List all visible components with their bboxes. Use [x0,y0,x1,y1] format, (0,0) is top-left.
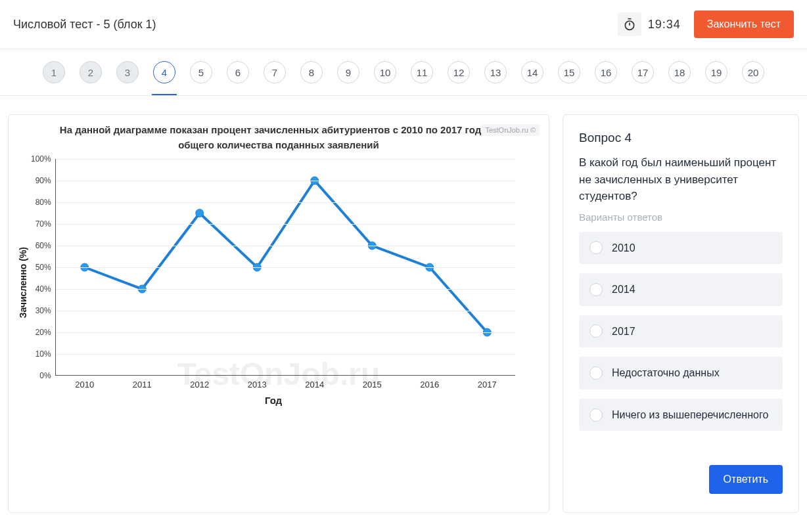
answer-option-4[interactable]: Ничего из вышеперечисленного [579,399,783,432]
nav-question-2[interactable]: 2 [80,61,102,83]
xtick: 2012 [171,380,229,389]
answer-option-1[interactable]: 2014 [579,273,783,306]
chart-xlabel: Год [31,395,516,406]
nav-question-12[interactable]: 12 [448,61,470,83]
watermark-badge: TestOnJob.ru © [481,124,540,136]
answer-text: 2014 [612,282,635,297]
nav-question-11[interactable]: 11 [411,61,433,83]
gridline [56,246,515,246]
nav-question-10[interactable]: 10 [374,61,396,83]
chart-xticks: 20102011201220132014201520162017 [56,376,516,389]
gridline [56,311,515,311]
gridline [56,332,515,333]
nav-question-7[interactable]: 7 [264,61,286,83]
radio-icon [589,409,603,422]
gridline [56,181,515,181]
svg-point-3 [195,210,203,217]
xtick: 2013 [229,380,287,389]
question-panel: Вопрос 4 В какой год был наименьший проц… [563,114,799,513]
answer-option-3[interactable]: Недостаточно данных [579,357,783,389]
gridline [56,224,515,225]
nav-question-5[interactable]: 5 [190,61,212,83]
gridline [56,267,515,268]
nav-question-8[interactable]: 8 [300,61,323,83]
radio-icon [589,283,603,296]
nav-question-16[interactable]: 16 [595,61,617,83]
nav-question-19[interactable]: 19 [705,61,727,83]
radio-icon [589,366,603,380]
nav-question-17[interactable]: 17 [632,61,654,83]
chart-title: На данной диаграмме показан процент зачи… [15,123,542,159]
answer-text: Недостаточно данных [612,366,720,380]
nav-question-13[interactable]: 13 [484,61,507,83]
answers-label: Варианты ответов [579,211,783,223]
gridline [56,354,515,355]
chart-plot-area [55,159,515,376]
nav-question-18[interactable]: 18 [668,61,691,83]
nav-question-1[interactable]: 1 [43,61,65,83]
answer-options: 201020142017Недостаточно данныхНичего из… [579,232,783,441]
chart-yticks: 100%90%80%70%60%50%40%30%20%10%0% [31,159,55,376]
header: Числовой тест - 5 (блок 1) 19:34 Закончи… [0,0,807,49]
answer-text: 2017 [612,324,635,339]
answer-text: 2010 [612,241,635,255]
nav-question-20[interactable]: 20 [742,61,764,83]
question-nav: 1234567891011121314151617181920 [0,49,807,96]
gridline [56,202,515,203]
gridline [56,289,515,290]
xtick: 2010 [56,380,114,389]
xtick: 2015 [344,380,402,389]
nav-question-9[interactable]: 9 [337,61,359,83]
gridline [56,159,515,160]
radio-icon [589,241,603,254]
timer-icon [618,12,641,36]
chart-ylabel: Зачисленно (%) [15,247,31,318]
nav-question-6[interactable]: 6 [227,61,249,83]
answer-option-2[interactable]: 2017 [579,315,783,348]
xtick: 2014 [286,380,344,389]
xtick: 2017 [459,380,517,389]
nav-question-4[interactable]: 4 [153,61,175,83]
chart-card: На данной диаграмме показан процент зачи… [8,114,549,513]
answer-button[interactable]: Ответить [709,465,783,494]
nav-question-15[interactable]: 15 [558,61,580,83]
finish-test-button[interactable]: Закончить тест [694,11,794,38]
answer-option-0[interactable]: 2010 [579,232,783,265]
nav-question-14[interactable]: 14 [521,61,543,83]
timer-value: 19:34 [648,18,681,32]
xtick: 2016 [401,380,459,389]
answer-text: Ничего из вышеперечисленного [612,408,768,422]
question-text: В какой год был наименьший процент не за… [579,154,783,205]
nav-question-3[interactable]: 3 [116,61,139,83]
radio-icon [589,324,603,338]
xtick: 2011 [114,380,172,389]
svg-point-0 [625,21,634,30]
page-title: Числовой тест - 5 (блок 1) [13,18,618,32]
question-heading: Вопрос 4 [579,131,783,145]
